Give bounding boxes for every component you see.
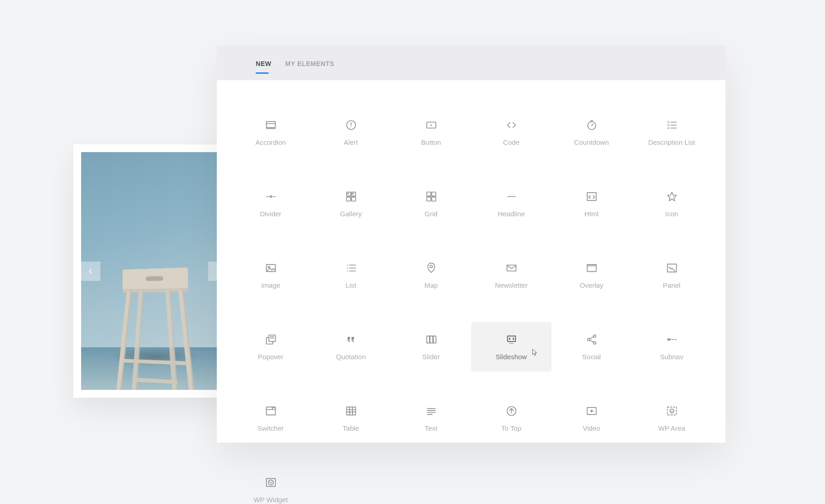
element-panel[interactable]: Panel	[632, 251, 712, 300]
element-label: Code	[503, 138, 520, 146]
element-button[interactable]: Button	[391, 108, 471, 157]
element-quotation[interactable]: Quotation	[311, 322, 391, 372]
image-icon	[265, 262, 277, 274]
element-label: Description List	[648, 138, 695, 146]
element-text[interactable]: Text	[391, 394, 471, 443]
element-countdown[interactable]: Countdown	[551, 108, 632, 157]
gallery-icon	[345, 191, 357, 203]
element-label: Divider	[260, 210, 281, 218]
element-label: Slideshow	[495, 353, 527, 361]
svg-rect-64	[266, 407, 275, 415]
element-label: Countdown	[574, 138, 609, 146]
element-description-list[interactable]: Description List	[632, 108, 712, 157]
element-headline[interactable]: Headline	[471, 179, 551, 229]
element-label: WP Area	[658, 424, 685, 432]
element-gallery[interactable]: Gallery	[311, 179, 391, 229]
element-grid: AccordionAlertButtonCodeCountdownDescrip…	[217, 80, 726, 504]
wp-area-icon: W	[666, 405, 678, 417]
text-icon	[425, 405, 437, 417]
element-divider[interactable]: Divider	[231, 179, 311, 229]
tab-my-elements[interactable]: MY ELEMENTS	[285, 47, 334, 79]
element-overlay[interactable]: Overlay	[551, 251, 632, 300]
element-label: Html	[584, 210, 599, 218]
element-label: Social	[582, 353, 601, 361]
element-popover[interactable]: Popover	[231, 322, 311, 372]
panel-tabs: NEWMY ELEMENTS	[217, 46, 726, 80]
element-code[interactable]: Code	[471, 108, 551, 157]
element-html[interactable]: Html	[551, 179, 632, 229]
element-alert[interactable]: Alert	[311, 108, 391, 157]
element-newsletter[interactable]: Newsletter	[471, 251, 551, 300]
element-grid[interactable]: Grid	[391, 179, 471, 229]
element-label: To Top	[501, 424, 522, 432]
element-accordion[interactable]: Accordion	[231, 108, 311, 157]
description-list-icon	[666, 119, 678, 131]
element-subnav[interactable]: Subnav	[632, 322, 712, 372]
tab-new[interactable]: NEW	[256, 47, 271, 79]
wp-widget-icon: W	[265, 477, 277, 488]
svg-rect-61	[667, 338, 671, 340]
element-label: Map	[424, 281, 438, 289]
element-label: Quotation	[336, 353, 366, 361]
element-map[interactable]: Map	[391, 251, 471, 300]
svg-marker-32	[667, 192, 676, 201]
table-icon	[345, 405, 357, 417]
svg-point-37	[347, 267, 348, 268]
svg-point-56	[593, 334, 595, 337]
slide-image	[81, 152, 227, 390]
slide-prev-button[interactable]	[81, 262, 100, 281]
element-table[interactable]: Table	[311, 394, 391, 443]
list-icon	[345, 262, 357, 274]
element-slideshow[interactable]: Slideshow	[471, 322, 551, 372]
element-label: Panel	[663, 281, 680, 289]
element-label: Image	[261, 281, 280, 289]
countdown-icon	[586, 119, 598, 131]
element-icon[interactable]: Icon	[632, 179, 712, 229]
mail-icon	[506, 262, 517, 274]
element-list[interactable]: List	[311, 251, 391, 300]
divider-icon	[265, 191, 277, 203]
svg-point-58	[593, 341, 595, 344]
element-label: Button	[421, 138, 441, 146]
pointer-cursor-icon	[530, 349, 538, 358]
accordion-icon	[265, 119, 277, 131]
headline-icon	[506, 191, 517, 203]
svg-point-39	[347, 270, 348, 271]
element-image[interactable]: Image	[231, 251, 311, 300]
svg-rect-42	[507, 265, 516, 271]
element-to-top[interactable]: To Top	[471, 394, 551, 443]
svg-point-25	[352, 193, 353, 194]
element-video[interactable]: Video	[551, 394, 632, 443]
slider-icon	[425, 334, 437, 345]
svg-point-35	[347, 264, 348, 265]
element-label: Switcher	[258, 424, 284, 432]
element-label: Newsletter	[495, 281, 528, 289]
switcher-icon	[265, 405, 277, 417]
slideshow-icon	[506, 334, 517, 345]
svg-point-55	[512, 343, 513, 344]
svg-rect-49	[427, 336, 429, 343]
svg-rect-23	[352, 197, 356, 201]
map-pin-icon	[425, 262, 437, 274]
arrow-up-icon	[506, 405, 517, 417]
element-label: Video	[583, 424, 600, 432]
svg-point-34	[268, 266, 270, 268]
element-library-panel: NEWMY ELEMENTS AccordionAlertButtonCodeC…	[217, 46, 726, 443]
element-wp-widget[interactable]: WWP Widget	[231, 465, 311, 504]
element-switcher[interactable]: Switcher	[231, 394, 311, 443]
svg-rect-67	[346, 407, 356, 415]
svg-line-60	[589, 340, 594, 342]
svg-marker-79	[590, 409, 594, 412]
slideshow-preview-card	[73, 144, 235, 398]
element-slider[interactable]: Slider	[391, 322, 471, 372]
star-icon	[666, 191, 678, 203]
element-wp-area[interactable]: WWP Area	[632, 394, 712, 443]
element-label: Gallery	[340, 210, 362, 218]
element-label: Overlay	[580, 281, 604, 289]
svg-point-5	[351, 127, 351, 127]
svg-point-41	[430, 265, 432, 268]
element-social[interactable]: Social	[551, 322, 632, 372]
subnav-icon	[666, 334, 678, 345]
svg-rect-31	[587, 192, 596, 200]
svg-point-24	[347, 193, 348, 194]
